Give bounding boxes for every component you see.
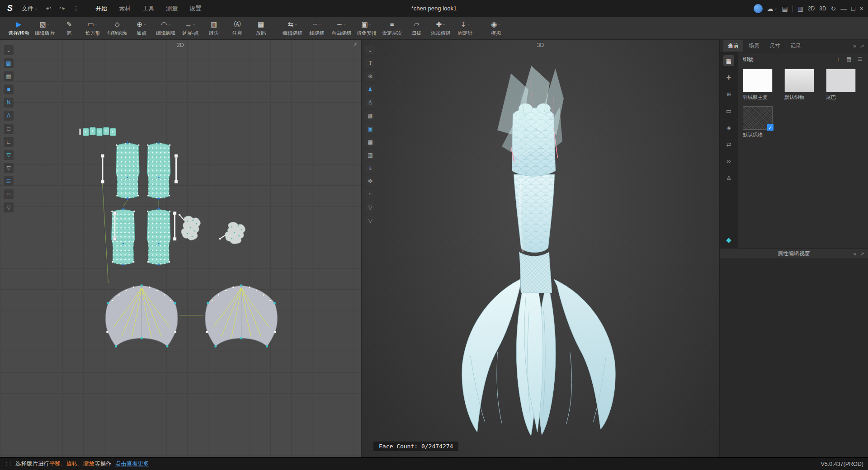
menu-item-4[interactable]: 设置 [184,3,207,14]
menu-item-2[interactable]: 工具 [137,3,160,14]
pattern-piece-shell-right[interactable] [219,222,245,244]
reset-view-icon[interactable]: ↻ [831,5,836,12]
free-sewing-tool[interactable]: ∽⌄自由缝纫 [329,18,354,38]
close-button[interactable]: × [860,5,863,12]
sidebar-tab-1[interactable]: 场景 [744,40,764,52]
pattern-piece-waistband[interactable] [80,127,116,136]
fabric-list-view-icon[interactable]: ☰ [856,56,863,63]
avatar-hide-icon[interactable]: ♙ [365,98,375,108]
move-gizmo-icon[interactable]: ✚ [723,72,734,83]
pattern-piece-tail-2[interactable] [147,141,170,200]
pattern-piece-tail-1[interactable] [116,141,139,200]
sheet-icon[interactable]: □ [4,189,14,199]
tools-icon[interactable]: ⊛ [365,71,375,81]
flatten-icon[interactable]: ▭ [723,105,734,116]
seam-pin-4[interactable] [173,212,176,240]
measure-icon[interactable]: ✜ [365,176,375,186]
fill-toggle-icon[interactable]: ■ [4,85,14,94]
avatar-show-icon[interactable]: ♟ [365,85,375,94]
simulate-tool[interactable]: ◉⌄模拟 [484,18,508,38]
grading-tool[interactable]: ▦放码 [249,18,273,38]
user-avatar-icon[interactable] [754,4,763,13]
strip2d-collapse-icon[interactable]: ⌄ [4,45,14,55]
grid-view-icon[interactable]: ▦ [365,137,375,147]
seam-pin-1[interactable] [101,155,104,183]
figure-icon[interactable]: ♙ [723,172,734,183]
link-icon[interactable]: ∞ [723,155,734,166]
properties-panel-header[interactable]: 属性编辑视窗 » ↗ [720,248,868,259]
swap-icon[interactable]: ⇄ [723,139,734,150]
sidebar-tab-2[interactable]: 尺寸 [765,40,785,52]
properties-expand-icon[interactable]: ↗ [860,251,864,257]
status-more-link[interactable]: 点击查看更多 [115,460,149,468]
sidebar-tab-0[interactable]: 当前 [723,40,743,52]
fabric-item-3[interactable]: ✓默认织物 [743,106,778,138]
fabric-item-1[interactable]: 默认织物 [784,69,820,101]
garment-view-icon[interactable]: ▽ [365,202,375,212]
pattern-page-icon[interactable]: □ [4,124,14,134]
trace-outline-tool[interactable]: ◇勾勒轮廓 [104,18,130,38]
viewport-3d[interactable]: 3D ⌄↧⊛♟♙▩▣▦▥⇓✜≈▽▽ [362,40,720,457]
line-sewing-tool[interactable]: ┄⌄线缝纫 [305,18,329,38]
undo-icon[interactable]: ↶ [44,5,53,12]
shirt-icon[interactable]: ▽ [4,202,14,212]
lock-icon[interactable]: ◈ [723,122,734,133]
feedback-icon[interactable]: ▤ [782,5,788,12]
fold-arrange-tool[interactable]: ▣⌄折叠安排 [354,18,379,38]
pattern-piece-tail-4[interactable] [147,207,170,266]
pin-mode-icon[interactable]: ↧ [365,58,375,68]
minimize-button[interactable]: — [840,5,847,12]
garment-outline-icon[interactable]: ▽ [4,163,14,173]
seam-pin-2[interactable] [175,155,178,183]
corner-tool-icon[interactable]: ∟ [4,137,14,147]
menu-item-3[interactable]: 测量 [160,3,183,14]
render-3d-canvas[interactable] [362,40,719,457]
viewport-2d-expand-icon[interactable]: ↗ [353,42,357,48]
texture-toggle-icon[interactable]: ▩ [4,58,14,68]
surface-view-icon[interactable]: ▣ [365,124,375,134]
fabric-item-0[interactable]: 羽绒服主复 [743,69,778,101]
seamline-toggle-icon[interactable]: ☰ [4,176,14,186]
press-tool[interactable]: ▱归拔 [405,18,428,38]
redo-icon[interactable]: ↷ [57,5,66,12]
garment-cyan-icon[interactable]: ▽ [4,150,14,160]
pen-tool[interactable]: ✎笔 [57,18,81,38]
menu-item-1[interactable]: 素材 [113,3,136,14]
viewport-2d[interactable]: 2D ↗ ⌄▩▦■NA□∟▽▽☰□▽ [0,40,362,457]
seam-allowance-tool[interactable]: ▥缝边 [202,18,226,38]
select-move-tool[interactable]: ▶选择/移动 [5,18,32,38]
more-menu-icon[interactable]: ⋮ [71,5,81,12]
mesh-view-icon[interactable]: ▥ [365,150,375,160]
cloud-sync-icon[interactable]: ☁⌄ [767,5,778,12]
rectangle-tool[interactable]: ▭⌄长方形 [81,18,104,38]
pattern-piece-shell-left[interactable] [179,214,201,240]
pattern-piece-fin-left[interactable] [105,284,178,348]
garment-mermaid-tail[interactable] [462,103,615,436]
maximize-button[interactable]: □ [851,5,855,12]
grid-toggle-icon[interactable]: ▦ [4,71,14,81]
view-2d-button[interactable]: 2D [808,5,815,12]
annotation-toggle-icon[interactable]: A [4,111,14,121]
panel-layout-icon[interactable]: ▥ [797,5,803,12]
set-layer-tool[interactable]: ≡设定层次 [379,18,405,38]
render-mode-cube-icon[interactable]: ◆ [723,235,734,245]
notch-toggle-icon[interactable]: N [4,98,14,108]
annotation-tool[interactable]: Ⓐ注释 [226,18,249,38]
extend-point-tool[interactable]: ↔⌄延展-点 [179,18,202,38]
sidebar-pin-icon[interactable]: ↗ [860,43,864,49]
fix-pin-tool[interactable]: ↧⌄固定针 [453,18,477,38]
add-baste-tool[interactable]: ✚⌄添加假缝 [428,18,453,38]
view-3d-button[interactable]: 3D [819,5,826,12]
sidebar-collapse-icon[interactable]: » [853,43,856,49]
wind-icon[interactable]: ≈ [365,189,375,199]
add-fabric-button[interactable]: + [835,56,842,63]
file-menu[interactable]: 文件 ⌄ [20,5,40,13]
texture-view-icon[interactable]: ▩ [365,111,375,121]
add-point-tool[interactable]: ⊕⌄加点 [130,18,153,38]
fabric-item-2[interactable]: 尾巴 [826,69,861,101]
pattern-2d-canvas[interactable] [0,40,361,457]
fabric-library-icon[interactable]: ▦ [723,55,734,66]
garment-alt-icon[interactable]: ▽ [365,216,375,226]
edit-sewing-tool[interactable]: ⇆⌄编辑缝纫 [280,18,305,38]
properties-collapse-icon[interactable]: » [853,251,856,257]
